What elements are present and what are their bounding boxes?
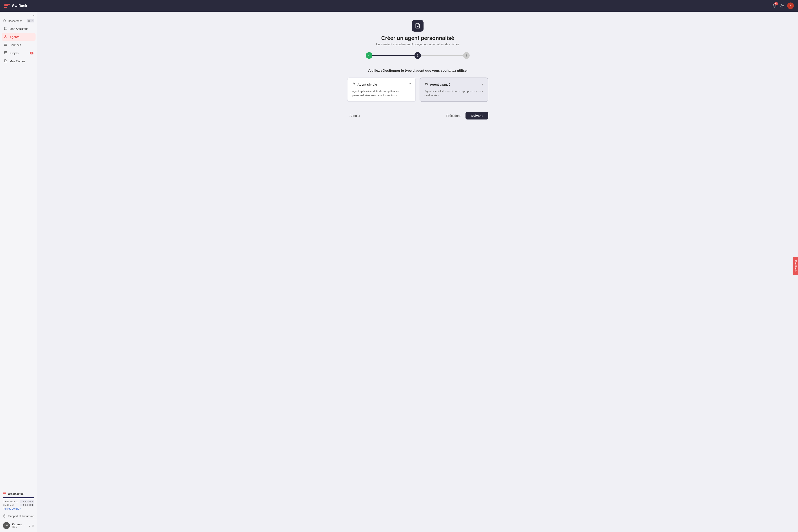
weather-button[interactable] — [780, 3, 784, 8]
taches-label: Mes Tâches — [10, 60, 25, 63]
projets-icon — [4, 51, 7, 55]
document-plus-icon — [415, 23, 421, 29]
agent-simple-icon — [352, 82, 356, 87]
credit-remaining-row: Crédit restant : 13 940 540 — [3, 500, 34, 503]
credit-bar-bg — [3, 497, 34, 498]
credit-header: Crédit actuel — [3, 492, 34, 496]
projets-badge: 2 — [30, 52, 34, 54]
donnees-label: Données — [10, 43, 21, 47]
svg-rect-10 — [3, 493, 6, 495]
credit-card-icon — [3, 492, 6, 496]
search-shortcut: ⌘+K — [26, 19, 34, 22]
assistant-label: Mon Assistant — [10, 27, 27, 31]
agent-avance-title: Agent avancé — [430, 83, 450, 86]
main-content: Créer un agent personnalisé Un assistant… — [37, 12, 798, 532]
agent-simple-title: Agent simple — [358, 83, 377, 86]
credit-bar-fill — [3, 497, 34, 498]
user-dropdown-button[interactable]: ∨ — [28, 524, 31, 527]
cards-row: Agent simple ? Agent spécialisé, doté de… — [347, 77, 488, 102]
support-item[interactable]: Support et discussion — [0, 512, 37, 520]
cancel-button[interactable]: Annuler — [347, 112, 363, 119]
user-actions: ∨ ⚙ — [28, 524, 34, 527]
bottom-actions: Annuler Précédent Suivant — [347, 112, 488, 119]
agent-simple-help-button[interactable]: ? — [409, 82, 411, 86]
projets-label: Projets — [10, 52, 19, 55]
user-initials: KW — [4, 524, 8, 527]
user-profile: KW Karen's Wo Ultra ∨ ⚙ — [0, 520, 37, 532]
page-title: Créer un agent personnalisé — [376, 35, 459, 41]
card-header-avance: Agent avancé ? — [424, 82, 483, 87]
selection-label: Veuillez sélectionner le type d'agent qu… — [367, 69, 468, 73]
svg-point-16 — [353, 83, 355, 84]
card-header-simple: Agent simple ? — [352, 82, 411, 87]
sidebar-nav: Mon Assistant Agents Données Projets — [0, 24, 37, 489]
support-icon — [3, 514, 6, 518]
next-button[interactable]: Suivant — [466, 112, 488, 119]
sidebar-collapse[interactable]: « — [0, 12, 37, 18]
collapse-button[interactable]: « — [33, 14, 35, 17]
credit-total-row: Crédit total : 14 000 000 — [3, 504, 34, 507]
credit-title: Crédit actuel — [8, 492, 24, 495]
card-title-row-simple: Agent simple — [352, 82, 377, 87]
app-logo: Swiftask — [4, 4, 27, 8]
agent-avance-help-button[interactable]: ? — [481, 82, 483, 86]
notification-count: 83 — [774, 2, 778, 5]
notifications-button[interactable]: 83 — [772, 3, 777, 8]
sidebar-item-projets[interactable]: Projets 2 — [2, 49, 36, 57]
feedback-label: Feedback — [794, 260, 797, 272]
stepper: ✓ 2 3 — [366, 52, 470, 59]
search-item[interactable]: Rechercher ⌘+K — [0, 18, 37, 24]
user-name: Karen's Wo — [12, 523, 26, 526]
page-icon — [412, 20, 423, 32]
main-layout: « Rechercher ⌘+K Mon Assistant Agents — [0, 12, 798, 532]
donnees-icon — [4, 43, 7, 47]
agent-card-avance[interactable]: Agent avancé ? Agent spécialisé enrichi … — [420, 77, 488, 102]
agents-label: Agents — [10, 35, 19, 39]
credit-total-value: 14 000 000 — [20, 504, 34, 507]
taches-icon — [4, 59, 7, 63]
step-2: 2 — [414, 52, 421, 59]
step-line-1 — [373, 55, 414, 56]
user-avatar-topbar[interactable]: K — [787, 2, 794, 9]
step-1: ✓ — [366, 52, 373, 59]
card-title-row-avance: Agent avancé — [424, 82, 450, 87]
svg-rect-7 — [4, 52, 7, 54]
topbar: Swiftask 83 K — [0, 0, 798, 12]
agent-avance-icon — [424, 82, 428, 87]
agent-simple-desc: Agent spécialisé, doté de compétences pe… — [352, 89, 411, 97]
svg-point-3 — [5, 36, 6, 37]
logo-icon — [4, 4, 10, 8]
agents-icon — [4, 35, 7, 39]
prev-button[interactable]: Précédent — [444, 112, 463, 119]
topbar-actions: 83 K — [772, 2, 794, 9]
credit-remaining-label: Crédit restant : — [3, 500, 18, 503]
support-label: Support et discussion — [8, 515, 34, 518]
sidebar-item-agents[interactable]: Agents — [2, 33, 36, 41]
sidebar-item-assistant[interactable]: Mon Assistant — [2, 25, 36, 33]
step-line-2 — [421, 55, 463, 56]
credit-remaining-value: 13 940 540 — [20, 500, 34, 503]
page-header: Créer un agent personnalisé Un assistant… — [376, 20, 459, 46]
user-avatar: KW — [3, 522, 10, 529]
feedback-tab[interactable]: Feedback — [792, 257, 798, 275]
svg-rect-2 — [4, 27, 7, 30]
step-3: 3 — [463, 52, 470, 59]
credit-section: Crédit actuel Crédit restant : 13 940 54… — [0, 489, 37, 512]
search-label: Rechercher — [8, 19, 22, 22]
user-info: Karen's Wo Ultra — [12, 523, 26, 529]
app-name: Swiftask — [12, 4, 27, 8]
user-settings-button[interactable]: ⚙ — [32, 524, 34, 527]
credit-total-label: Crédit total : — [3, 504, 15, 506]
svg-line-1 — [5, 21, 6, 22]
agent-card-simple[interactable]: Agent simple ? Agent spécialisé, doté de… — [347, 77, 416, 102]
search-icon — [3, 19, 6, 22]
btn-group: Précédent Suivant — [444, 112, 488, 119]
agent-avance-desc: Agent spécialisé enrichi par vos propres… — [424, 89, 483, 97]
sidebar-item-donnees[interactable]: Données — [2, 41, 36, 49]
assistant-icon — [4, 27, 7, 31]
svg-point-0 — [3, 20, 6, 22]
page-subtitle: Un assistant spécialisé en IA conçu pour… — [376, 43, 459, 46]
svg-point-18 — [426, 83, 428, 84]
more-details-link[interactable]: Plus de details › — [3, 507, 34, 510]
sidebar-item-taches[interactable]: Mes Tâches — [2, 57, 36, 65]
